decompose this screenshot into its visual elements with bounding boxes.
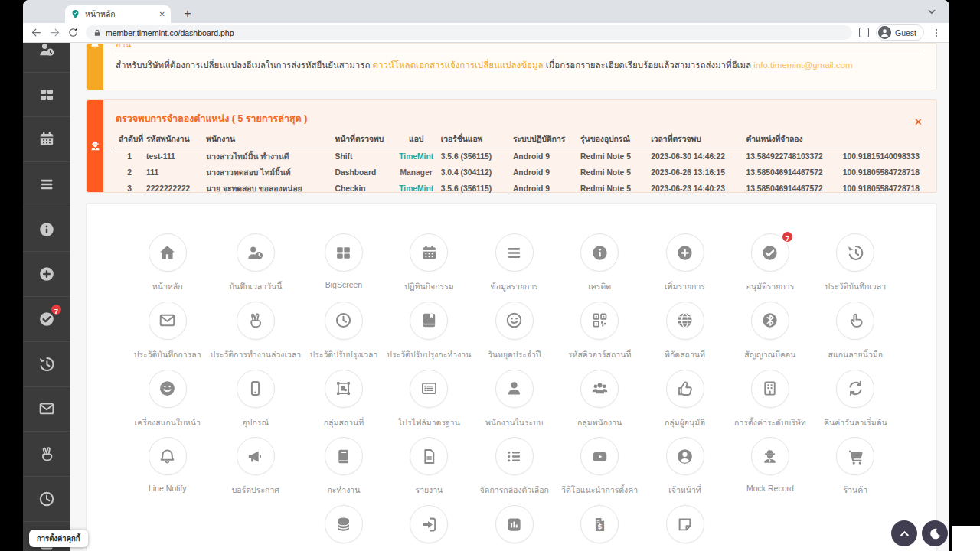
grid-item-label: รหัสคิวอาร์สถานที่ <box>568 348 632 361</box>
cell-device: Redmi Note 5 <box>577 165 648 181</box>
floating-buttons <box>891 520 948 546</box>
grid-item-envelope[interactable]: ประวัติบันทึกการลา <box>125 302 210 370</box>
cell-page: Checkin <box>332 181 395 197</box>
grid-item-cart[interactable]: ร้านค้า <box>813 437 898 505</box>
grid-item-bullhorn[interactable]: บอร์ดประกาศ <box>210 437 301 505</box>
sidebar-item-clock[interactable] <box>23 477 70 522</box>
grid-item-plus[interactable]: เพิ่มรายการ <box>642 233 727 302</box>
sidebar-item-bars[interactable] <box>23 162 70 207</box>
grid-item-history[interactable]: ประวัติบันทึกเวลา <box>813 233 898 302</box>
grid-item-book[interactable]: กะทำงาน <box>301 437 386 505</box>
grid-item-smile-filled[interactable]: เครื่องสแกนใบหน้า <box>125 370 210 438</box>
browser-menu-icon[interactable] <box>931 28 942 38</box>
grid-item-home[interactable]: หน้าหลัก <box>125 233 210 302</box>
sidebar-item-th-large[interactable] <box>23 73 70 118</box>
profile-button[interactable]: Guest <box>876 24 924 41</box>
close-alert-button[interactable]: ✕ <box>914 117 923 127</box>
grid-item-th-large[interactable]: BigScreen <box>301 233 386 302</box>
grid-item-user-clock[interactable]: บันทึกเวลาวันนี้ <box>210 233 301 302</box>
info-icon <box>38 220 56 239</box>
grid-item-globe[interactable]: พิกัดสถานที่ <box>642 302 727 370</box>
notification-badge: 7 <box>781 230 794 243</box>
cell-device: Redmi Note 5 <box>577 148 648 165</box>
sidebar-item-check[interactable]: 7 <box>23 297 70 342</box>
grid-item-database[interactable] <box>301 505 386 551</box>
grid-item-thumbs-up[interactable]: กลุ่มผู้อนุมัติ <box>642 370 727 438</box>
grid-item-building[interactable]: การตั้งค่าระดับบริษัท <box>727 370 812 438</box>
mock-location-alert: ✕ ตรวจพบการจำลองตำแหน่ง ( 5 รายการล่าสุด… <box>86 99 937 193</box>
bell-icon <box>89 43 101 51</box>
sidebar-item-info[interactable] <box>23 207 70 253</box>
sidebar-item-history[interactable] <box>23 342 70 387</box>
sidebar-item-hand-peace[interactable] <box>23 432 70 477</box>
grid-item-clock[interactable]: ประวัติปรับปรุงเวลา <box>301 302 386 370</box>
grid-item-mobile[interactable]: อุปกรณ์ <box>210 370 301 438</box>
grid-item-chart-bar[interactable] <box>472 505 557 551</box>
grid-item-bluetooth[interactable]: สัญญาณบีคอน <box>727 302 812 370</box>
grid-item-image-frame[interactable]: กลุ่มสถานที่ <box>301 370 386 438</box>
grid-item-youtube[interactable]: วีดีโอแนะนำการตั้งค่า <box>557 437 642 505</box>
back-icon[interactable] <box>31 27 42 38</box>
grid-item-check[interactable]: 7อนุมัติรายการ <box>727 233 812 302</box>
grid-item-invoice-dollar[interactable]: $ <box>557 505 642 551</box>
grid-icon-circle <box>149 370 187 408</box>
avatar <box>878 26 891 39</box>
profile-name: Guest <box>895 28 916 37</box>
chevron-down-icon[interactable] <box>925 5 939 18</box>
grid-item-sign-in[interactable] <box>387 505 472 551</box>
dark-mode-toggle[interactable] <box>922 520 948 546</box>
download-document-link[interactable]: ดาวน์โหลดเอกสารแจ้งการเปลี่ยนแปลงข้อมูล <box>373 60 544 70</box>
address-bar[interactable]: member.timemint.co/dashboard.php <box>86 25 852 40</box>
grid-item-calendar[interactable]: ปฏิทินกิจกรรม <box>387 233 472 302</box>
grid-item-hand-point[interactable]: สแกนลายนิ้วมือ <box>813 302 898 370</box>
moon-icon <box>928 527 942 541</box>
grid-item-qrcode[interactable]: รหัสคิวอาร์สถานที่ <box>557 302 642 370</box>
cell-name: นางสาวไทม์มิ้น ทำงานดี <box>203 148 332 165</box>
list-ul-icon <box>505 447 524 466</box>
sidebar-item-envelope[interactable] <box>23 387 70 432</box>
grid-item-note[interactable] <box>642 505 727 551</box>
grid-item-user-secret[interactable]: Mock Record <box>727 437 812 505</box>
sidebar-item-user-clock[interactable] <box>23 43 70 73</box>
grid-item-user-circle[interactable]: เจ้าหน้าที่ <box>642 437 727 505</box>
forward-icon[interactable] <box>49 27 60 38</box>
grid-item-hand-peace[interactable]: ประวัติการทำงานล่วงเวลา <box>210 302 301 370</box>
new-tab-button[interactable]: + <box>179 5 196 22</box>
cell-lat: 13.585046914467572 <box>743 165 839 181</box>
check-icon <box>760 243 779 262</box>
sidebar-item-calendar[interactable] <box>23 117 70 162</box>
cell-lng: 100.91815140098333 <box>840 148 924 165</box>
window-outline-icon[interactable] <box>859 28 869 37</box>
grid-item-smile[interactable]: วันหยุดประจำปี <box>472 302 557 370</box>
sidebar-item-plus[interactable] <box>23 252 70 297</box>
column-header: ตำแหน่งที่จำลอง <box>743 132 839 148</box>
url-text: member.timemint.co/dashboard.php <box>106 28 234 37</box>
grid-item-book-bookmark[interactable]: ประวัติปรับปรุงกะทำงาน <box>387 302 472 370</box>
alert-text-before: สำหรับบริษัทที่ต้องการเปลี่ยนแปลงอีเมลใน… <box>116 60 373 70</box>
tab-close-icon[interactable]: ✕ <box>159 10 165 18</box>
grid-item-file[interactable]: รายงาน <box>387 437 472 505</box>
cell-no: 1 <box>116 148 143 165</box>
grid-item-bars[interactable]: ข้อมูลรายการ <box>472 233 557 302</box>
contact-email-link[interactable]: info.timemint@gmail.com <box>753 60 852 70</box>
grid-item-users[interactable]: กลุ่มพนักงาน <box>557 370 642 438</box>
grid-item-list-card[interactable]: โปรไฟล์มาตรฐาน <box>387 370 472 438</box>
sync-icon <box>846 379 865 398</box>
divider <box>116 51 924 51</box>
cell-version: 3.0.4 (304112) <box>438 165 510 181</box>
cell-app: Manager <box>395 165 438 181</box>
cell-name: นาย จะทดสอบ ขอลองหน่อย <box>203 181 332 197</box>
grid-item-info[interactable]: เครดิต <box>557 233 642 302</box>
scroll-to-top-button[interactable] <box>891 520 917 546</box>
grid-item-bell[interactable]: Line Notify <box>125 437 210 505</box>
grid-item-list-ul[interactable]: จัดการกล่องตัวเลือก <box>472 437 557 505</box>
browser-tab[interactable]: หน้าหลัก ✕ <box>65 5 171 23</box>
lock-icon <box>93 29 101 37</box>
table-row: 32222222222นาย จะทดสอบ ขอลองหน่อยCheckin… <box>116 181 924 197</box>
users-icon <box>590 379 609 398</box>
grid-item-user[interactable]: พนักงานในระบบ <box>472 370 557 438</box>
cell-device: Redmi Note 5 <box>577 181 648 197</box>
reload-icon[interactable] <box>67 27 79 38</box>
grid-item-sync[interactable]: คืนค่าวันลาเริ่มต้น <box>813 370 898 438</box>
cookie-settings-button[interactable]: การตั้งค่าคุกกี้ <box>29 530 88 547</box>
